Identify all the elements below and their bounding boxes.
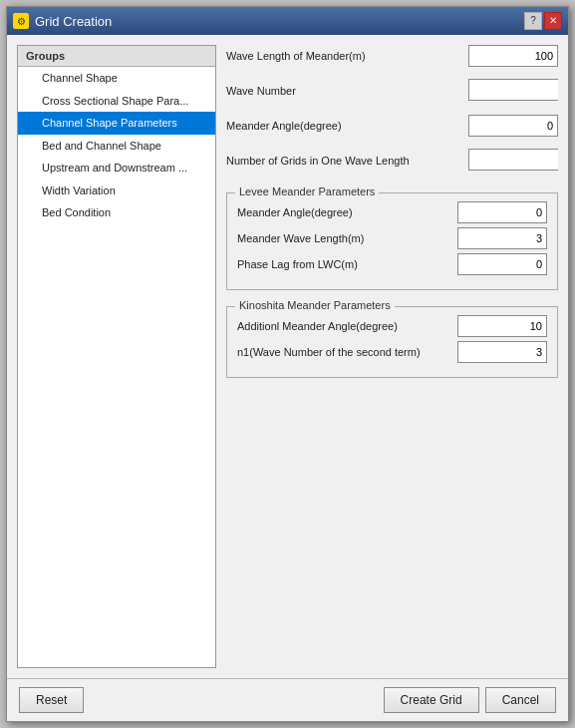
field-row-levee-angle: Meander Angle(degree) [237,201,547,223]
field-row-wave-length: Wave Length of Meander(m) [226,45,558,67]
kinoshita-meander-group: Kinoshita Meander ParametersAdditionl Me… [226,306,558,378]
input-wave-length[interactable] [468,45,558,67]
sidebar-title: Groups [18,46,215,67]
sidebar: Groups Channel ShapeCross Sectional Shap… [17,45,216,668]
label-levee-wave-length: Meander Wave Length(m) [237,232,457,244]
sidebar-item-width-variation[interactable]: Width Variation [18,180,215,202]
label-wave-length: Wave Length of Meander(m) [226,50,468,62]
reset-button[interactable]: Reset [19,687,84,713]
sidebar-item-upstream-downstream[interactable]: Upstream and Downstream ... [18,157,215,180]
label-n1-wave-number: n1(Wave Number of the second term) [237,346,457,358]
field-row-additionl-angle: Additionl Meander Angle(degree) [237,315,547,337]
input-levee-angle[interactable] [457,201,547,223]
title-bar: ⚙ Grid Creation ? ✕ [7,7,568,35]
levee-meander-group: Levee Meander ParametersMeander Angle(de… [226,192,558,290]
label-additionl-angle: Additionl Meander Angle(degree) [237,320,457,332]
field-row-n1-wave-number: n1(Wave Number of the second term) [237,341,547,363]
label-phase-lag: Phase Lag from LWC(m) [237,258,457,270]
main-content: Wave Length of Meander(m)Wave Number▲▼Me… [226,45,558,668]
dialog-title: Grid Creation [35,14,112,29]
input-n1-wave-number[interactable] [457,341,547,363]
sidebar-item-cross-sectional[interactable]: Cross Sectional Shape Para... [18,90,215,113]
help-button[interactable]: ? [524,12,542,30]
field-row-meander-angle: Meander Angle(degree) [226,115,558,137]
sidebar-item-channel-shape-params[interactable]: Channel Shape Parameters [18,112,215,135]
field-row-levee-wave-length: Meander Wave Length(m) [237,227,547,249]
create-grid-button[interactable]: Create Grid [384,687,479,713]
input-additionl-angle[interactable] [457,315,547,337]
field-row-phase-lag: Phase Lag from LWC(m) [237,253,547,275]
footer: Reset Create Grid Cancel [7,678,568,721]
label-levee-angle: Meander Angle(degree) [237,206,457,218]
cancel-button[interactable]: Cancel [485,687,556,713]
label-grids-one-wave: Number of Grids in One Wave Length [226,155,468,167]
sidebar-item-channel-shape[interactable]: Channel Shape [18,67,215,90]
sidebar-item-bed-condition[interactable]: Bed Condition [18,201,215,224]
input-phase-lag[interactable] [457,253,547,275]
kinoshita-group-title: Kinoshita Meander Parameters [235,299,395,311]
dialog-window: ⚙ Grid Creation ? ✕ Groups Channel Shape… [6,6,569,722]
label-wave-number: Wave Number [226,85,468,97]
label-meander-angle: Meander Angle(degree) [226,120,468,132]
dialog-icon: ⚙ [13,13,29,29]
input-wave-number[interactable] [468,79,558,101]
close-button[interactable]: ✕ [544,12,562,30]
field-row-grids-one-wave: Number of Grids in One Wave Length▲▼ [226,149,558,173]
content-area: Groups Channel ShapeCross Sectional Shap… [7,35,568,678]
input-levee-wave-length[interactable] [457,227,547,249]
levee-group-title: Levee Meander Parameters [235,185,379,197]
sidebar-item-bed-channel[interactable]: Bed and Channel Shape [18,135,215,158]
input-meander-angle[interactable] [468,115,558,137]
field-row-wave-number: Wave Number▲▼ [226,79,558,103]
input-grids-one-wave[interactable] [468,149,558,171]
